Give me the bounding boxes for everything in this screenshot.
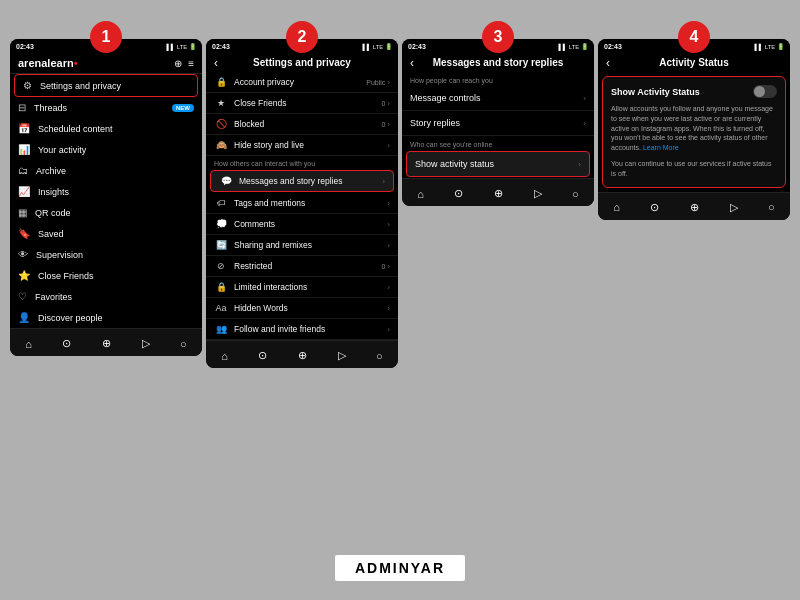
s2-item-account-privacy[interactable]: 🔒 Account privacy Public › — [206, 72, 398, 93]
s2-section-label: How others can interact with you — [206, 156, 398, 169]
bottom-nav-3: ⌂ ⊙ ⊕ ▷ ○ — [402, 178, 594, 206]
s2-title: Settings and privacy — [253, 57, 351, 68]
insights-icon: 📈 — [18, 186, 30, 197]
restricted-icon: ⊘ — [214, 261, 228, 271]
close-friends-icon: ⭐ — [18, 270, 30, 281]
show-activity-chevron: › — [578, 160, 581, 169]
menu-item-activity[interactable]: 📊 Your activity — [10, 139, 202, 160]
step-3-circle: 3 — [482, 21, 514, 53]
nav-reels-2[interactable]: ▷ — [338, 349, 346, 362]
s2-item-restricted[interactable]: ⊘ Restricted 0 › — [206, 256, 398, 277]
nav-search-4[interactable]: ⊙ — [650, 201, 659, 214]
s2-item-follow[interactable]: 👥 Follow and invite friends › — [206, 319, 398, 340]
s3-title: Messages and story replies — [433, 57, 564, 68]
screen-1: 02:43 ▌▌ LTE 🔋 arenalearn• ⊕ ≡ ⚙ Setti — [10, 39, 202, 356]
threads-icon: ⊟ — [18, 102, 26, 113]
nav-search-3[interactable]: ⊙ — [454, 187, 463, 200]
menu-item-scheduled[interactable]: 📅 Scheduled content — [10, 118, 202, 139]
menu-item-favorites[interactable]: ♡ Favorites — [10, 286, 202, 307]
step-2-circle: 2 — [286, 21, 318, 53]
bottom-label-text: ADMINYAR — [355, 560, 445, 576]
brand-name: arenalearn• — [18, 57, 78, 69]
screen-wrapper-1: 1 02:43 ▌▌ LTE 🔋 arenalearn• ⊕ ≡ — [10, 39, 202, 549]
nav-reels-1[interactable]: ▷ — [142, 337, 150, 350]
nav-reels-4[interactable]: ▷ — [730, 201, 738, 214]
learn-more-link[interactable]: Learn More — [643, 144, 679, 151]
nav-profile-2[interactable]: ○ — [376, 350, 383, 362]
s3-item-message-controls[interactable]: Message controls › — [402, 86, 594, 111]
nav-home-3[interactable]: ⌂ — [417, 188, 424, 200]
s3-section-1-label: How people can reach you — [402, 72, 594, 86]
tags-chevron: › — [387, 199, 390, 208]
s2-public-label: Public › — [366, 78, 390, 87]
nav-home-4[interactable]: ⌂ — [613, 201, 620, 213]
menu-item-discover[interactable]: 👤 Discover people — [10, 307, 202, 328]
menu-item-saved[interactable]: 🔖 Saved — [10, 223, 202, 244]
blocked-icon: 🚫 — [214, 119, 228, 129]
toggle-knob — [754, 86, 765, 97]
activity-icon: 📊 — [18, 144, 30, 155]
s4-back-button[interactable]: ‹ — [606, 56, 610, 70]
follow-icon: 👥 — [214, 324, 228, 334]
activity-status-toggle[interactable] — [753, 85, 777, 98]
comments-icon: 💭 — [214, 219, 228, 229]
nav-home-1[interactable]: ⌂ — [25, 338, 32, 350]
nav-add-3[interactable]: ⊕ — [494, 187, 503, 200]
s3-item-show-activity[interactable]: Show activity status › — [406, 151, 590, 177]
menu-icon[interactable]: ≡ — [188, 58, 194, 69]
nav-profile-4[interactable]: ○ — [768, 201, 775, 213]
time-3: 02:43 — [408, 43, 426, 50]
nav-add-2[interactable]: ⊕ — [298, 349, 307, 362]
archive-icon: 🗂 — [18, 165, 28, 176]
s2-restricted-count: 0 › — [381, 262, 390, 271]
menu-item-close-friends[interactable]: ⭐ Close Friends — [10, 265, 202, 286]
s3-section-2-label: Who can see you're online — [402, 136, 594, 150]
star-icon: ★ — [214, 98, 228, 108]
screen-wrapper-2: 2 02:43 ▌▌ LTE 🔋 ‹ Settings and privacy … — [206, 39, 398, 549]
time-2: 02:43 — [212, 43, 230, 50]
s2-item-messages[interactable]: 💬 Messages and story replies › — [210, 170, 394, 192]
nav-add-1[interactable]: ⊕ — [102, 337, 111, 350]
hide-story-chevron: › — [387, 141, 390, 150]
message-icon: 💬 — [219, 176, 233, 186]
menu-item-archive[interactable]: 🗂 Archive — [10, 160, 202, 181]
comments-chevron: › — [387, 220, 390, 229]
limited-icon: 🔒 — [214, 282, 228, 292]
s2-item-close-friends[interactable]: ★ Close Friends 0 › — [206, 93, 398, 114]
menu-item-insights[interactable]: 📈 Insights — [10, 181, 202, 202]
tags-icon: 🏷 — [214, 198, 228, 208]
s3-item-story-replies[interactable]: Story replies › — [402, 111, 594, 136]
new-badge: NEW — [172, 104, 194, 112]
s2-item-hidden-words[interactable]: Aa Hidden Words › — [206, 298, 398, 319]
s2-item-sharing[interactable]: 🔄 Sharing and remixes › — [206, 235, 398, 256]
s3-back-button[interactable]: ‹ — [410, 56, 414, 70]
s4-continue-text: You can continue to use our services if … — [611, 159, 777, 179]
nav-search-1[interactable]: ⊙ — [62, 337, 71, 350]
nav-home-2[interactable]: ⌂ — [221, 350, 228, 362]
step-4-circle: 4 — [678, 21, 710, 53]
menu-item-supervision[interactable]: 👁 Supervision — [10, 244, 202, 265]
settings-icon: ⚙ — [23, 80, 32, 91]
nav-search-2[interactable]: ⊙ — [258, 349, 267, 362]
add-icon[interactable]: ⊕ — [174, 58, 182, 69]
icons-3: ▌▌ LTE 🔋 — [559, 43, 588, 50]
menu-item-settings[interactable]: ⚙ Settings and privacy — [14, 74, 198, 97]
nav-profile-1[interactable]: ○ — [180, 338, 187, 350]
s2-back-button[interactable]: ‹ — [214, 56, 218, 70]
nav-add-4[interactable]: ⊕ — [690, 201, 699, 214]
s2-item-limited[interactable]: 🔒 Limited interactions › — [206, 277, 398, 298]
menu-item-threads[interactable]: ⊟ Threads NEW — [10, 97, 202, 118]
s4-toggle-row: Show Activity Status — [611, 85, 777, 98]
s2-item-tags[interactable]: 🏷 Tags and mentions › — [206, 193, 398, 214]
nav-reels-3[interactable]: ▷ — [534, 187, 542, 200]
messages-chevron: › — [382, 177, 385, 186]
s2-item-comments[interactable]: 💭 Comments › — [206, 214, 398, 235]
saved-icon: 🔖 — [18, 228, 30, 239]
screen-2: 02:43 ▌▌ LTE 🔋 ‹ Settings and privacy 🔒 … — [206, 39, 398, 368]
menu-item-qr[interactable]: ▦ QR code — [10, 202, 202, 223]
s2-close-friends-count: 0 › — [381, 99, 390, 108]
s2-item-hide-story[interactable]: 🙈 Hide story and live › — [206, 135, 398, 156]
s2-item-blocked[interactable]: 🚫 Blocked 0 › — [206, 114, 398, 135]
nav-profile-3[interactable]: ○ — [572, 188, 579, 200]
s3-header: ‹ Messages and story replies — [402, 53, 594, 72]
